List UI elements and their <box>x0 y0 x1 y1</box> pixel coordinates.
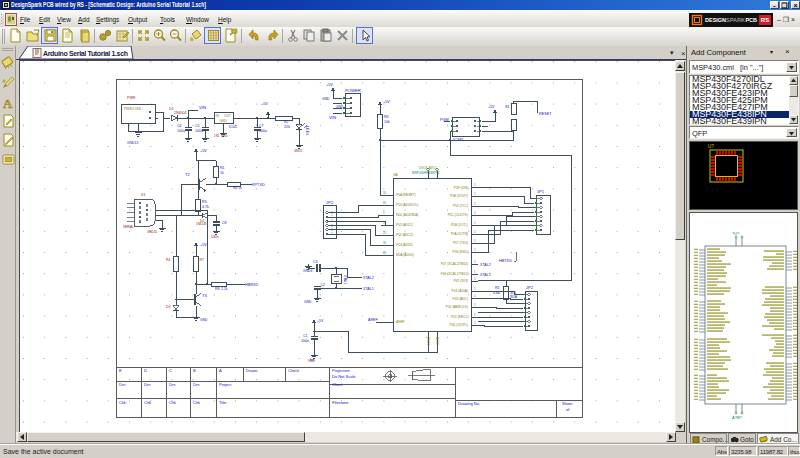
svg-text:1N4148: 1N4148 <box>196 222 207 226</box>
svg-text:C5: C5 <box>195 124 200 128</box>
svg-text:▾: ▾ <box>670 49 674 56</box>
svg-text:R2: R2 <box>284 120 289 124</box>
svg-text:GND: GND <box>304 300 312 304</box>
svg-text:2P2: 2P2 <box>326 200 334 205</box>
svg-text:E: E <box>119 368 122 373</box>
svg-text:GND: GND <box>336 105 344 109</box>
svg-text:65: 65 <box>383 201 387 205</box>
svg-text:PWR: PWR <box>127 96 136 100</box>
svg-text:GND15: GND15 <box>127 141 138 145</box>
svg-text:R5: R5 <box>495 286 500 290</box>
svg-text:C: C <box>169 368 172 373</box>
svg-text:MSP430FE438IPN: MSP430FE438IPN <box>412 171 440 175</box>
svg-text:P56 (RXD): P56 (RXD) <box>453 250 468 254</box>
svg-text:B: B <box>193 368 196 373</box>
svg-text:D3: D3 <box>166 305 170 309</box>
svg-text:GND: GND <box>200 318 208 322</box>
svg-text:XTAL2: XTAL2 <box>363 276 374 280</box>
svg-text:D1: D1 <box>169 107 174 111</box>
svg-text:VIN: VIN <box>329 115 336 120</box>
svg-text:JP1: JP1 <box>537 189 545 194</box>
svg-text:Chk: Chk <box>144 400 151 405</box>
svg-text:DVSS: DVSS <box>426 337 430 345</box>
svg-text:AREF: AREF <box>396 320 405 324</box>
svg-text:+5V: +5V <box>383 100 390 104</box>
svg-text:Drawn: Drawn <box>246 368 258 373</box>
svg-text:100u: 100u <box>177 129 185 133</box>
svg-text:55: 55 <box>383 191 387 195</box>
svg-text:C2: C2 <box>321 283 326 287</box>
svg-text:Arduino Serial Tutorial 1.sch: Arduino Serial Tutorial 1.sch <box>43 50 128 57</box>
svg-text:Sheet: Sheet <box>562 401 573 406</box>
svg-text:Chk: Chk <box>169 400 176 405</box>
svg-text:R8: R8 <box>215 287 219 291</box>
svg-text:Drn: Drn <box>144 382 150 387</box>
svg-text:RESET: RESET <box>539 112 552 116</box>
svg-text:VA: VA <box>393 173 398 177</box>
svg-text:XTAL2: XTAL2 <box>480 263 491 267</box>
svg-text:D: D <box>144 368 147 373</box>
svg-text:GND: GND <box>221 134 229 138</box>
svg-text:R6: R6 <box>384 115 389 119</box>
svg-text:Drawing No,: Drawing No, <box>458 401 480 406</box>
svg-text:Check: Check <box>288 368 299 373</box>
svg-text:?U?: ?U? <box>732 231 740 236</box>
svg-text:OUT: OUT <box>224 114 231 118</box>
svg-text:Client: Client <box>332 382 343 387</box>
svg-text:100n: 100n <box>301 339 309 343</box>
svg-text:P45 (3V3): P45 (3V3) <box>454 279 468 283</box>
svg-text:T2: T2 <box>185 172 190 177</box>
svg-text:4.7k: 4.7k <box>202 205 209 209</box>
svg-text:1N1: 1N1 <box>214 134 220 138</box>
svg-text:220: 220 <box>284 125 290 129</box>
svg-text:P42 (AB/ECLK): P42 (AB/ECLK) <box>446 305 468 309</box>
svg-text:Title: Title <box>219 400 227 405</box>
svg-text:GND5: GND5 <box>294 149 303 153</box>
svg-text:+5V: +5V <box>200 243 207 247</box>
svg-text:GND: GND <box>308 359 316 363</box>
svg-text:P5E (XOUT): P5E (XOUT) <box>450 194 468 198</box>
svg-text:P43 (ADC): P43 (ADC) <box>453 297 468 301</box>
svg-text:+5V: +5V <box>200 149 207 153</box>
svg-text:C6: C6 <box>177 124 182 128</box>
svg-text:P10 (AD0/DOL): P10 (AD0/DOL) <box>396 203 418 207</box>
svg-text:P5D (TCL): P5D (TCL) <box>453 204 468 208</box>
svg-text:R9 1k: R9 1k <box>233 186 242 190</box>
svg-text:C7: C7 <box>259 124 264 128</box>
svg-text:100u: 100u <box>259 129 267 133</box>
svg-text:10k: 10k <box>384 120 390 124</box>
svg-text:P5A (1OTN): P5A (1OTN) <box>451 232 468 236</box>
svg-text:P47 (XCAL2/TB02): P47 (XCAL2/TB02) <box>441 262 468 266</box>
svg-text:Drn: Drn <box>169 382 175 387</box>
svg-text:P40 (12CPL): P40 (12CPL) <box>450 323 468 327</box>
svg-text:R3: R3 <box>202 200 207 204</box>
svg-text:P02 (AD2C): P02 (AD2C) <box>396 223 413 227</box>
svg-text:POWER: POWER <box>345 88 361 93</box>
svg-text:P02 (ADC2): P02 (ADC2) <box>396 233 413 237</box>
svg-text:A: A <box>3 96 13 111</box>
svg-text:35: 35 <box>383 241 387 245</box>
svg-text:GND10: GND10 <box>147 230 157 234</box>
svg-text:N04 (AD4/SDA): N04 (AD4/SDA) <box>396 213 419 217</box>
svg-text:AVSS: AVSS <box>435 337 439 345</box>
svg-text:+5V: +5V <box>317 319 324 323</box>
svg-text:VIN: VIN <box>199 105 206 110</box>
svg-text:+5V: +5V <box>261 102 268 106</box>
svg-text:P5F (XIN): P5F (XIN) <box>454 186 468 190</box>
svg-text:Project: Project <box>219 382 232 387</box>
svg-text:JP2: JP2 <box>526 285 534 290</box>
svg-text:P6A (RESET): P6A (RESET) <box>396 193 415 197</box>
svg-text:M0A (AD0U): M0A (AD0U) <box>396 253 414 257</box>
svg-text:100u: 100u <box>195 129 203 133</box>
svg-text:A: A <box>219 368 222 373</box>
svg-text:100n: 100n <box>211 235 219 239</box>
svg-text:IC02: IC02 <box>229 125 237 129</box>
svg-text:P04 (AD02): P04 (AD02) <box>396 243 413 247</box>
svg-text:P41 (EECL): P41 (EECL) <box>451 315 468 319</box>
svg-text:45: 45 <box>383 251 387 255</box>
svg-text:GND: GND <box>220 119 228 123</box>
svg-text:XTAL1: XTAL1 <box>480 273 491 277</box>
svg-text:C3: C3 <box>313 260 318 264</box>
svg-text:AREF: AREF <box>368 318 378 322</box>
svg-text:LED1: LED1 <box>305 126 309 136</box>
